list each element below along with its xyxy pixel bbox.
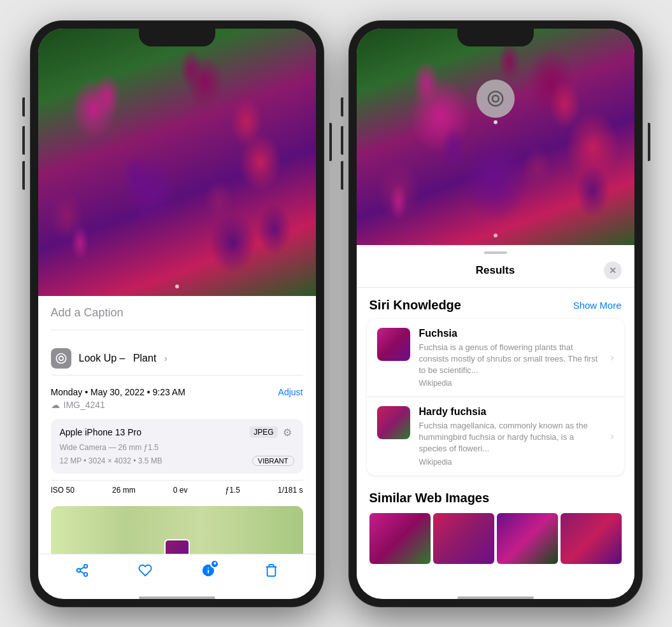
hardy-desc: Fuchsia magellanica, commonly known as t… [419,420,602,455]
fuchsia-source: Wikipedia [419,379,602,388]
knowledge-item-fuchsia[interactable]: Fuchsia Fuchsia is a genus of flowering … [367,319,624,398]
like-button[interactable] [137,562,154,579]
volume-down-button-2 [341,161,343,190]
hardy-source: Wikipedia [419,458,602,467]
camera-badges: JPEG ⚙ [250,426,294,438]
siri-knowledge-title: Siri Knowledge [369,298,461,313]
camera-name: Apple iPhone 13 Pro [60,427,141,437]
similar-image-1[interactable] [369,513,431,564]
toolbar-1: ✦ [38,554,316,591]
caption-field[interactable]: Add a Caption [51,306,303,330]
show-more-button[interactable]: Show More [573,300,622,311]
similar-images-row [369,513,622,564]
hardy-thumbnail [377,406,410,439]
fuchsia-name: Fuchsia [419,328,602,339]
filename-text: IMG_4241 [64,400,105,410]
hardy-text: Hardy fuchsia Fuchsia magellanica, commo… [419,406,602,467]
photo-area-1[interactable] [38,29,316,296]
resolution-text: 12 MP • 3024 × 4032 • 3.5 MB [60,456,162,465]
power-button [329,123,332,161]
similar-section: Similar Web Images [357,481,634,570]
aperture-value: ƒ1.5 [225,486,240,495]
phone-2-screen: Results ✕ Siri Knowledge Show More Fuchs… [357,29,634,599]
photo-area-2 [357,29,634,245]
phone-container: Add a Caption Look Up – Plant › Monday •… [31,21,642,607]
photo-info-area: Add a Caption Look Up – Plant › Monday •… [38,296,316,554]
mute-button [22,97,25,116]
similar-title: Similar Web Images [369,491,622,505]
camera-detail: Wide Camera — 26 mm ƒ1.5 [60,443,294,452]
siri-knowledge-header: Siri Knowledge Show More [357,288,634,319]
knowledge-item-hardy[interactable]: Hardy fuchsia Fuchsia magellanica, commo… [367,397,624,476]
map-thumbnail [164,539,190,554]
gear-icon: ⚙ [283,426,294,438]
similar-image-4[interactable] [561,513,622,564]
phone-1-screen: Add a Caption Look Up – Plant › Monday •… [38,29,316,599]
iso-value: ISO 50 [51,486,75,495]
volume-up-button [22,126,25,155]
camera-card: Apple iPhone 13 Pro JPEG ⚙ Wide Camera —… [51,419,303,474]
notch-2 [457,29,534,46]
hardy-name: Hardy fuchsia [419,406,602,418]
mute-button-2 [341,97,343,116]
map-area[interactable] [51,506,303,554]
ev-value: 0 ev [173,486,188,495]
vibrant-badge: VIBRANT [252,456,294,466]
hardy-chevron: › [610,430,613,442]
adjust-button[interactable]: Adjust [278,387,303,397]
phone-2: Results ✕ Siri Knowledge Show More Fuchs… [349,21,642,607]
fuchsia-chevron: › [610,352,613,363]
siri-dot [494,120,497,124]
fuchsia-text: Fuchsia Fuchsia is a genus of flowering … [419,328,602,388]
look-up-icon [51,348,71,369]
close-button[interactable]: ✕ [604,262,622,279]
fuchsia-desc: Fuchsia is a genus of flowering plants t… [419,342,602,377]
volume-up-button-2 [341,126,343,155]
fuchsia-thumbnail [377,328,410,361]
look-up-row[interactable]: Look Up – Plant › [51,342,303,376]
format-badge: JPEG [250,426,277,438]
results-sheet: Results ✕ Siri Knowledge Show More Fuchs… [357,245,634,591]
home-indicator-2 [457,596,534,599]
notch [139,29,215,46]
camera-card-header: Apple iPhone 13 Pro JPEG ⚙ [60,426,294,438]
sheet-title: Results [387,264,604,277]
cloud-icon: ☁ [51,400,60,410]
similar-image-3[interactable] [497,513,558,564]
camera-res-row: 12 MP • 3024 × 4032 • 3.5 MB VIBRANT [60,456,294,466]
similar-image-2[interactable] [433,513,494,564]
home-indicator-1 [139,596,215,599]
shutter-value: 1/181 s [278,486,303,495]
phone-1: Add a Caption Look Up – Plant › Monday •… [31,21,324,607]
volume-down-button [22,161,25,190]
exif-row: ISO 50 26 mm 0 ev ƒ1.5 1/181 s [51,480,303,500]
filename-row: ☁ IMG_4241 [51,400,303,410]
sheet-content: Siri Knowledge Show More Fuchsia Fuchsia… [357,288,634,591]
info-button[interactable]: ✦ [200,562,217,579]
date-row: Monday • May 30, 2022 • 9:23 AM Adjust [51,387,303,397]
siri-icon [476,80,515,118]
delete-button[interactable] [263,562,280,579]
knowledge-card: Fuchsia Fuchsia is a genus of flowering … [367,319,624,476]
photo-page-indicator [175,285,179,288]
power-button-2 [648,123,650,161]
share-button[interactable] [74,562,90,579]
photo-page-indicator-2 [494,234,497,237]
look-up-text: Look Up – Plant › [79,353,168,364]
flower-overlay [38,29,316,296]
flower-overlay-2 [357,29,634,245]
focal-value: 26 mm [112,486,136,495]
meta-section: Monday • May 30, 2022 • 9:23 AM Adjust ☁… [51,387,303,410]
photo-date: Monday • May 30, 2022 • 9:23 AM [51,387,185,397]
sheet-header: Results ✕ [357,254,634,288]
